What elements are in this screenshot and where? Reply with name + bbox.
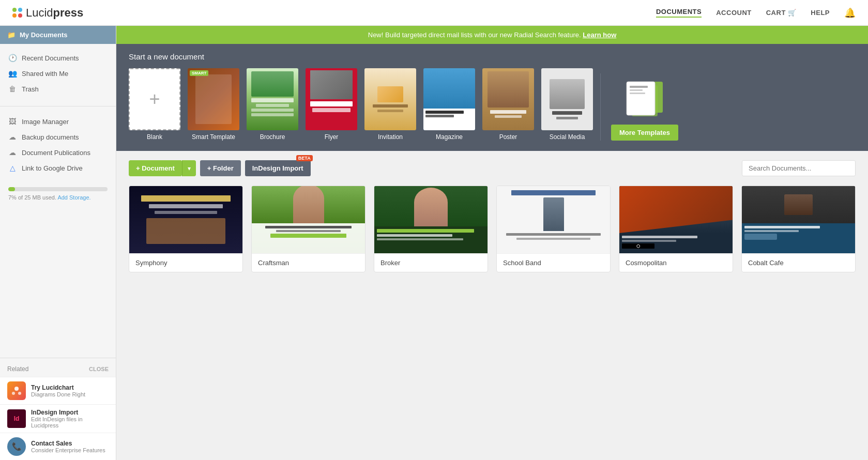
nav-help[interactable]: HELP	[811, 9, 830, 17]
notification-icon[interactable]: 🔔	[844, 7, 856, 19]
contact-sales-subtitle: Consider Enterprise Features	[31, 447, 105, 453]
indesign-import-button[interactable]: InDesign Import	[245, 160, 311, 176]
folder-icon: 📁	[7, 31, 16, 39]
doc-card-symphony[interactable]: Symphony	[129, 186, 243, 272]
templates-section: Start a new document + Blank SMART	[116, 44, 868, 151]
template-label-poster: Poster	[499, 133, 517, 141]
documents-grid: Symphony	[129, 186, 856, 272]
template-invitation[interactable]: Invitation	[364, 68, 416, 141]
template-label-magazine: Magazine	[436, 133, 463, 141]
indesign-subtitle: Edit InDesign files in Lucidpress	[31, 416, 109, 428]
indesign-title: InDesign Import	[31, 409, 109, 416]
announcement-text: New! Build targeted direct mail lists wi…	[368, 31, 581, 39]
template-blank[interactable]: + Blank	[129, 68, 180, 141]
related-header: Related CLOSE	[0, 363, 116, 377]
related-item-lucidchart[interactable]: Try Lucidchart Diagrams Done Right	[0, 377, 116, 404]
templates-title: Start a new document	[129, 52, 856, 61]
doc-card-label-school-band: School Band	[497, 253, 610, 272]
sidebar-item-google-drive[interactable]: △ Link to Google Drive	[0, 160, 116, 176]
search-input[interactable]	[742, 160, 856, 176]
template-magazine[interactable]: Magazine	[423, 68, 475, 141]
lucidchart-subtitle: Diagrams Done Right	[31, 391, 85, 397]
template-thumb-social	[541, 68, 593, 130]
sidebar-my-documents[interactable]: 📁 My Documents	[0, 26, 116, 44]
logo-dot-4	[18, 13, 22, 18]
doc-card-craftsman[interactable]: Craftsman	[251, 186, 366, 272]
templates-divider	[600, 73, 601, 141]
sidebar-item-trash[interactable]: 🗑 Trash	[0, 81, 116, 97]
doc-toolbar: + Document ▾ + Folder InDesign Import BE…	[129, 160, 856, 176]
sidebar-item-label: Recent Documents	[22, 54, 79, 62]
doc-card-school-band[interactable]: School Band	[496, 186, 611, 272]
add-storage-link[interactable]: Add Storage.	[57, 194, 90, 201]
sidebar-item-image-manager[interactable]: 🖼 Image Manager	[0, 114, 116, 129]
svg-rect-7	[630, 89, 643, 91]
sidebar-item-label: Document Publications	[22, 149, 90, 157]
sidebar-item-backup[interactable]: ☁ Backup documents	[0, 129, 116, 145]
nav-account[interactable]: ACCOUNT	[716, 9, 752, 17]
content-area: New! Build targeted direct mail lists wi…	[116, 26, 868, 460]
template-poster[interactable]: Poster	[482, 68, 534, 141]
logo[interactable]: Lucidpress	[12, 6, 83, 20]
topnav-right: DOCUMENTS ACCOUNT CART 🛒 HELP 🔔	[656, 7, 856, 19]
dropdown-icon: ▾	[188, 165, 191, 172]
contact-sales-title: Contact Sales	[31, 440, 105, 447]
svg-point-0	[14, 387, 19, 391]
announcement-link[interactable]: Learn how	[583, 31, 616, 39]
sidebar-item-recent[interactable]: 🕐 Recent Documents	[0, 50, 116, 66]
related-item-contact-sales[interactable]: 📞 Contact Sales Consider Enterprise Feat…	[0, 433, 116, 460]
logo-text: Lucidpress	[26, 6, 83, 20]
doc-thumb-cosmopolitan: ⬡	[619, 186, 733, 253]
sidebar-item-label: Image Manager	[22, 118, 69, 126]
storage-text: 7% of 25 MB used. Add Storage.	[8, 194, 108, 201]
beta-badge: BETA	[296, 155, 313, 161]
svg-rect-6	[630, 86, 648, 88]
new-document-button[interactable]: + Document	[129, 160, 182, 176]
doc-thumb-broker	[374, 186, 488, 253]
doc-card-cobalt-cafe[interactable]: Cobalt Cafe	[741, 186, 856, 272]
doc-card-label-symphony: Symphony	[129, 253, 242, 272]
template-thumb-invitation	[364, 68, 416, 130]
template-label-invitation: Invitation	[378, 133, 403, 141]
related-item-text: Contact Sales Consider Enterprise Featur…	[31, 440, 105, 453]
announcement-bar: New! Build targeted direct mail lists wi…	[116, 26, 868, 44]
clock-icon: 🕐	[8, 54, 17, 62]
doc-thumb-symphony	[129, 186, 242, 253]
template-brochure[interactable]: Brochure	[247, 68, 298, 141]
doc-card-label-cobalt-cafe: Cobalt Cafe	[742, 253, 855, 272]
trash-icon: 🗑	[8, 85, 17, 93]
people-icon: 👥	[8, 69, 17, 78]
nav-cart[interactable]: CART 🛒	[766, 9, 797, 17]
storage-bar-background	[8, 187, 108, 191]
sidebar-item-doc-publications[interactable]: ☁ Document Publications	[0, 145, 116, 160]
backup-icon: ☁	[8, 133, 17, 141]
sidebar-item-shared[interactable]: 👥 Shared with Me	[0, 66, 116, 81]
sidebar-item-label: Trash	[22, 85, 39, 93]
sidebar-item-label: Shared with Me	[22, 70, 68, 78]
related-item-text: InDesign Import Edit InDesign files in L…	[31, 409, 109, 428]
template-flyer[interactable]: Flyer	[306, 68, 357, 141]
cart-label: CART	[766, 9, 786, 17]
template-thumb-blank: +	[129, 68, 180, 130]
doc-card-broker[interactable]: Broker	[374, 186, 488, 272]
new-folder-button[interactable]: + Folder	[200, 160, 241, 176]
document-dropdown-button[interactable]: ▾	[182, 160, 196, 176]
doc-card-label-craftsman: Craftsman	[252, 253, 365, 272]
doc-area: + Document ▾ + Folder InDesign Import BE…	[116, 151, 868, 460]
templates-scroll: + Blank SMART Smart Template	[129, 68, 856, 141]
template-smart[interactable]: SMART Smart Template	[188, 68, 239, 141]
more-templates-button[interactable]: More Templates	[611, 70, 678, 141]
logo-dot-3	[12, 13, 17, 18]
indesign-import-wrapper: InDesign Import BETA	[245, 160, 311, 176]
doc-card-cosmopolitan[interactable]: ⬡ Cosmopolitan	[619, 186, 733, 272]
related-item-indesign[interactable]: Id InDesign Import Edit InDesign files i…	[0, 404, 116, 433]
template-social-media[interactable]: Social Media	[541, 68, 593, 141]
phone-icon: 📞	[7, 437, 26, 456]
more-templates-btn[interactable]: More Templates	[611, 125, 678, 141]
svg-point-2	[18, 392, 21, 395]
related-panel: Related CLOSE Try Lucidchart Diagrams Do…	[0, 358, 116, 460]
nav-documents[interactable]: DOCUMENTS	[656, 8, 702, 18]
template-label-blank: Blank	[147, 133, 162, 141]
svg-rect-8	[630, 93, 645, 94]
related-close-button[interactable]: CLOSE	[89, 366, 109, 372]
